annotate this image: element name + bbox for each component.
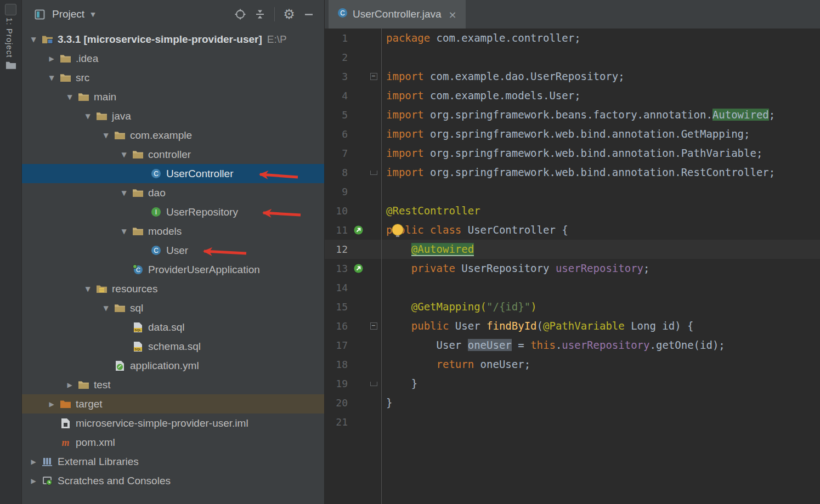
folder-icon xyxy=(59,73,72,82)
tree-item-iml-file[interactable]: microservice-simple-provider-user.iml xyxy=(22,414,324,433)
fold-start-icon[interactable]: − xyxy=(370,322,377,330)
code-line-15[interactable]: 15 @GetMapping("/{id}") xyxy=(325,297,820,316)
code-line-18[interactable]: 18 return oneUser; xyxy=(325,355,820,374)
tab-title: UserController.java xyxy=(353,8,442,20)
editor-body[interactable]: 1package com.example.controller;23−impor… xyxy=(325,29,820,504)
code-line-10[interactable]: 10@RestController xyxy=(325,201,820,220)
spring-bean-icon[interactable] xyxy=(350,264,366,273)
chevron-down-icon[interactable]: ▼ xyxy=(26,36,41,43)
tree-item-main[interactable]: ▼main xyxy=(22,87,324,106)
tree-item-sql[interactable]: ▼sql xyxy=(22,298,324,318)
tree-item-label: 3.3.1 [microservice-simple-provider-user… xyxy=(58,33,262,46)
tree-item-provideruserapplication[interactable]: CProviderUserApplication xyxy=(22,260,324,279)
code-text: @Autowired xyxy=(381,240,474,259)
line-number: 16 xyxy=(327,320,348,332)
chevron-down-icon[interactable]: ▼ xyxy=(99,132,113,139)
project-stripe-button[interactable]: 1: Project xyxy=(5,18,14,58)
fold-start-icon[interactable]: − xyxy=(370,73,377,80)
hide-icon[interactable] xyxy=(301,7,316,22)
code-line-21[interactable]: 21 xyxy=(325,412,820,432)
line-number: 8 xyxy=(327,167,348,178)
code-line-7[interactable]: 7import org.springframework.web.bind.ann… xyxy=(325,144,820,163)
chevron-right-icon[interactable]: ▶ xyxy=(44,55,59,63)
intention-bulb-icon[interactable] xyxy=(392,224,404,236)
tab-usercontroller-java[interactable]: C UserController.java × xyxy=(329,0,466,29)
tree-item-data-sql[interactable]: SQLdata.sql xyxy=(22,318,324,337)
fold-end-icon[interactable] xyxy=(370,382,377,386)
tree-item-userrepository[interactable]: IUserRepository xyxy=(22,202,324,222)
code-text: User oneUser = this.userRepository.getOn… xyxy=(381,336,725,355)
spring-bean-icon[interactable] xyxy=(350,225,366,235)
svg-text:C: C xyxy=(154,170,159,178)
tree-item-external-libraries[interactable]: ▶External Libraries xyxy=(22,452,324,471)
tree-item-controller[interactable]: ▼controller xyxy=(22,145,324,164)
tree-item-scratches-and-consoles[interactable]: ▶Scratches and Consoles xyxy=(22,471,324,490)
locate-icon[interactable] xyxy=(233,7,248,22)
window-menu-icon[interactable] xyxy=(5,4,16,15)
svg-text:m: m xyxy=(61,437,69,448)
code-line-9[interactable]: 9 xyxy=(325,182,820,201)
folder-icon xyxy=(131,150,144,159)
tree-item-test[interactable]: ▶test xyxy=(22,375,324,394)
chevron-down-icon[interactable]: ▼ xyxy=(117,151,131,158)
chevron-down-icon[interactable]: ▼ xyxy=(99,304,113,312)
fold-end-icon[interactable] xyxy=(370,171,377,175)
tree-item-src[interactable]: ▼src xyxy=(22,68,324,87)
tree-item-models[interactable]: ▼models xyxy=(22,222,324,241)
collapse-all-icon[interactable] xyxy=(252,7,268,22)
tree-item-com-example[interactable]: ▼com.example xyxy=(22,126,324,145)
code-line-12[interactable]: 12 @Autowired xyxy=(325,240,820,259)
chevron-down-icon[interactable]: ▼ xyxy=(91,11,95,18)
tree-item-project-root[interactable]: ▼3.3.1 [microservice-simple-provider-use… xyxy=(22,30,324,49)
code-line-11[interactable]: 11public class UserController { xyxy=(325,220,820,240)
chevron-down-icon[interactable]: ▼ xyxy=(63,93,77,101)
code-line-6[interactable]: 6import org.springframework.web.bind.ann… xyxy=(325,124,820,144)
code-line-16[interactable]: 16− public User findById(@PathVariable L… xyxy=(325,316,820,336)
code-text: import org.springframework.web.bind.anno… xyxy=(381,163,775,182)
tree-item-usercontroller[interactable]: CUserController xyxy=(22,164,324,183)
tree-item-label: target xyxy=(76,398,103,410)
code-line-5[interactable]: 5import org.springframework.beans.factor… xyxy=(325,105,820,124)
chevron-right-icon[interactable]: ▶ xyxy=(26,458,41,466)
tree-item-idea-folder[interactable]: ▶.idea xyxy=(22,49,324,68)
tree-item-label: resources xyxy=(112,283,157,295)
close-tab-icon[interactable]: × xyxy=(449,9,457,20)
chevron-right-icon[interactable]: ▶ xyxy=(26,477,41,485)
chevron-down-icon[interactable]: ▼ xyxy=(81,112,95,120)
code-line-14[interactable]: 14 xyxy=(325,278,820,297)
code-line-4[interactable]: 4import com.example.models.User; xyxy=(325,86,820,105)
tree-item-target[interactable]: ▶target xyxy=(22,394,324,414)
tree-item-dao[interactable]: ▼dao xyxy=(22,183,324,202)
panel-title[interactable]: Project xyxy=(52,8,84,20)
scratches-icon xyxy=(41,475,54,486)
tree-item-label: Scratches and Consoles xyxy=(58,475,171,487)
code-line-20[interactable]: 20} xyxy=(325,393,820,412)
chevron-down-icon[interactable]: ▼ xyxy=(81,285,95,293)
line-number: 13 xyxy=(327,263,348,274)
code-line-2[interactable]: 2 xyxy=(325,48,820,67)
code-text: public class UserController { xyxy=(381,220,568,240)
code-line-3[interactable]: 3−import com.example.dao.UserRepository; xyxy=(325,67,820,86)
code-line-13[interactable]: 13 private UserRepository userRepository… xyxy=(325,259,820,278)
tree-item-java[interactable]: ▼java xyxy=(22,106,324,126)
tree-item-application-yml[interactable]: application.yml xyxy=(22,356,324,375)
chevron-right-icon[interactable]: ▶ xyxy=(44,400,59,408)
code-line-1[interactable]: 1package com.example.controller; xyxy=(325,29,820,48)
tree-item-resources[interactable]: ▼resources xyxy=(22,279,324,298)
code-line-17[interactable]: 17 User oneUser = this.userRepository.ge… xyxy=(325,336,820,355)
code-line-8[interactable]: 8import org.springframework.web.bind.ann… xyxy=(325,163,820,182)
code-text: import com.example.models.User; xyxy=(381,86,581,105)
tree-item-user[interactable]: CUser xyxy=(22,241,324,260)
code-line-19[interactable]: 19 } xyxy=(325,374,820,393)
code-text: import com.example.dao.UserRepository; xyxy=(381,67,625,86)
chevron-right-icon[interactable]: ▶ xyxy=(63,381,77,389)
settings-icon[interactable]: ⚙ xyxy=(281,7,297,22)
chevron-down-icon[interactable]: ▼ xyxy=(117,228,131,235)
chevron-down-icon[interactable]: ▼ xyxy=(44,74,59,82)
folder-icon xyxy=(5,60,16,72)
file-maven-icon: m xyxy=(59,437,72,448)
editor: C UserController.java × 1package com.exa… xyxy=(324,0,820,504)
tree-item-pom-xml[interactable]: mpom.xml xyxy=(22,433,324,452)
tree-item-schema-sql[interactable]: SQLschema.sql xyxy=(22,337,324,356)
chevron-down-icon[interactable]: ▼ xyxy=(117,189,131,197)
